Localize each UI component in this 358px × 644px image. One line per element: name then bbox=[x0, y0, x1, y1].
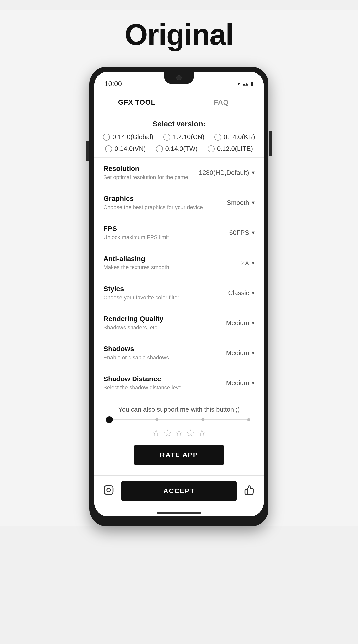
tab-faq[interactable]: FAQ bbox=[179, 92, 263, 112]
rendering-dropdown-icon: ▾ bbox=[252, 320, 255, 326]
version-row-1: 0.14.0(Global) 1.2.10(CN) 0.14.0(KR) bbox=[103, 133, 255, 141]
setting-graphics-title: Graphics bbox=[103, 195, 210, 203]
fps-value-text: 60FPS bbox=[229, 229, 249, 237]
version-cn[interactable]: 1.2.10(CN) bbox=[163, 133, 204, 141]
version-kr[interactable]: 0.14.0(KR) bbox=[214, 133, 255, 141]
setting-resolution-value[interactable]: 1280(HD,Default) ▾ bbox=[199, 169, 255, 176]
slider-dot-3 bbox=[247, 418, 250, 421]
bottom-bar: ACCEPT bbox=[95, 475, 263, 509]
setting-antialiasing-value[interactable]: 2X ▾ bbox=[210, 259, 255, 267]
version-row-2: 0.14.0(VN) 0.14.0(TW) 0.12.0(LITE) bbox=[105, 145, 253, 152]
setting-fps-desc: Unlock maximum FPS limit bbox=[103, 234, 210, 241]
slider-container[interactable] bbox=[109, 419, 249, 420]
tabs-bar: GFX TOOL FAQ bbox=[95, 92, 263, 112]
rate-app-button[interactable]: RATE APP bbox=[134, 444, 224, 466]
setting-resolution-desc: Set optimal resolution for the game bbox=[103, 174, 199, 180]
page-title: Original bbox=[125, 18, 233, 52]
version-kr-label: 0.14.0(KR) bbox=[224, 133, 255, 141]
version-lite[interactable]: 0.12.0(LITE) bbox=[208, 145, 253, 152]
support-text: You can also support me with this button… bbox=[104, 406, 254, 413]
graphics-value-text: Smooth bbox=[227, 199, 249, 207]
radio-global[interactable] bbox=[103, 134, 110, 140]
svg-point-2 bbox=[111, 487, 112, 488]
svg-point-1 bbox=[107, 488, 110, 492]
status-icons: ▾ ▴▴ ▮ bbox=[237, 81, 254, 87]
radio-tw[interactable] bbox=[156, 145, 163, 152]
setting-rendering-quality: Rendering Quality Shadows,shaders, etc M… bbox=[95, 308, 263, 338]
fps-dropdown-icon: ▾ bbox=[252, 229, 255, 236]
tab-gfx-tool[interactable]: GFX TOOL bbox=[95, 92, 179, 112]
main-content: Select version: 0.14.0(Global) 1.2.10(CN… bbox=[95, 112, 263, 516]
home-indicator bbox=[95, 509, 263, 516]
setting-antialiasing: Anti-aliasing Makes the textures smooth … bbox=[95, 248, 263, 278]
setting-graphics-labels: Graphics Choose the best graphics for yo… bbox=[103, 195, 210, 210]
version-global[interactable]: 0.14.0(Global) bbox=[103, 133, 153, 141]
setting-shadows-desc: Enable or disable shadows bbox=[103, 354, 210, 361]
support-section: You can also support me with this button… bbox=[95, 398, 263, 475]
setting-shadow-distance-value[interactable]: Medium ▾ bbox=[210, 379, 255, 387]
radio-lite[interactable] bbox=[208, 145, 215, 152]
setting-shadow-distance-labels: Shadow Distance Select the shadow distan… bbox=[103, 375, 210, 391]
setting-shadows: Shadows Enable or disable shadows Medium… bbox=[95, 338, 263, 368]
version-section: Select version: 0.14.0(Global) 1.2.10(CN… bbox=[95, 112, 263, 158]
wifi-icon: ▾ bbox=[237, 81, 240, 87]
star-2[interactable]: ☆ bbox=[163, 428, 172, 438]
setting-shadows-title: Shadows bbox=[103, 345, 210, 353]
setting-styles-title: Styles bbox=[103, 285, 210, 293]
version-vn[interactable]: 0.14.0(VN) bbox=[105, 145, 146, 152]
setting-fps-value[interactable]: 60FPS ▾ bbox=[210, 229, 255, 237]
setting-antialiasing-title: Anti-aliasing bbox=[103, 255, 210, 263]
star-3[interactable]: ☆ bbox=[175, 428, 183, 438]
settings-list: Resolution Set optimal resolution for th… bbox=[95, 158, 263, 398]
shadow-distance-value-text: Medium bbox=[226, 379, 249, 387]
star-5[interactable]: ☆ bbox=[198, 428, 206, 438]
status-bar: 10:00 ▾ ▴▴ ▮ bbox=[95, 72, 263, 92]
setting-styles-value[interactable]: Classic ▾ bbox=[210, 289, 255, 297]
slider-dot-1 bbox=[155, 418, 158, 421]
version-vn-label: 0.14.0(VN) bbox=[115, 145, 146, 152]
slider-dot-2 bbox=[201, 418, 204, 421]
setting-resolution-labels: Resolution Set optimal resolution for th… bbox=[103, 165, 199, 180]
home-bar bbox=[157, 512, 201, 514]
star-1[interactable]: ☆ bbox=[152, 428, 160, 438]
setting-rendering-labels: Rendering Quality Shadows,shaders, etc bbox=[103, 315, 210, 331]
setting-shadows-value[interactable]: Medium ▾ bbox=[210, 349, 255, 357]
version-global-label: 0.14.0(Global) bbox=[112, 133, 153, 141]
radio-cn[interactable] bbox=[163, 134, 170, 140]
version-tw[interactable]: 0.14.0(TW) bbox=[156, 145, 198, 152]
setting-resolution-title: Resolution bbox=[103, 165, 199, 172]
camera-dot bbox=[176, 75, 182, 80]
version-tw-label: 0.14.0(TW) bbox=[165, 145, 198, 152]
signal-icon: ▴▴ bbox=[243, 81, 248, 87]
accept-button[interactable]: ACCEPT bbox=[121, 480, 237, 502]
setting-fps-title: FPS bbox=[103, 225, 210, 233]
phone-shell: 10:00 ▾ ▴▴ ▮ GFX TOOL FAQ Select v bbox=[90, 66, 268, 526]
status-time: 10:00 bbox=[104, 80, 122, 88]
setting-graphics-value[interactable]: Smooth ▾ bbox=[210, 199, 255, 207]
thumbsup-icon[interactable] bbox=[244, 485, 255, 498]
setting-rendering-title: Rendering Quality bbox=[103, 315, 210, 323]
resolution-dropdown-icon: ▾ bbox=[252, 169, 255, 176]
setting-shadow-distance-desc: Select the shadow distance level bbox=[103, 384, 210, 391]
version-cn-label: 1.2.10(CN) bbox=[173, 133, 204, 141]
setting-graphics: Graphics Choose the best graphics for yo… bbox=[95, 188, 263, 218]
setting-rendering-value[interactable]: Medium ▾ bbox=[210, 319, 255, 327]
setting-fps: FPS Unlock maximum FPS limit 60FPS ▾ bbox=[95, 218, 263, 248]
shadows-value-text: Medium bbox=[226, 349, 249, 357]
radio-vn[interactable] bbox=[105, 145, 112, 152]
slider-track[interactable] bbox=[109, 419, 249, 420]
shadows-dropdown-icon: ▾ bbox=[252, 350, 255, 356]
slider-thumb[interactable] bbox=[106, 416, 113, 423]
rendering-value-text: Medium bbox=[226, 319, 249, 327]
radio-kr[interactable] bbox=[214, 134, 221, 140]
stars-row[interactable]: ☆ ☆ ☆ ☆ ☆ bbox=[104, 428, 254, 438]
antialiasing-value-text: 2X bbox=[241, 259, 249, 267]
setting-shadows-labels: Shadows Enable or disable shadows bbox=[103, 345, 210, 361]
setting-shadow-distance-title: Shadow Distance bbox=[103, 375, 210, 383]
setting-fps-labels: FPS Unlock maximum FPS limit bbox=[103, 225, 210, 241]
setting-styles: Styles Choose your favorite color filter… bbox=[95, 278, 263, 308]
instagram-icon[interactable] bbox=[103, 485, 114, 498]
star-4[interactable]: ☆ bbox=[186, 428, 195, 438]
battery-icon: ▮ bbox=[251, 81, 254, 87]
styles-value-text: Classic bbox=[228, 289, 249, 297]
